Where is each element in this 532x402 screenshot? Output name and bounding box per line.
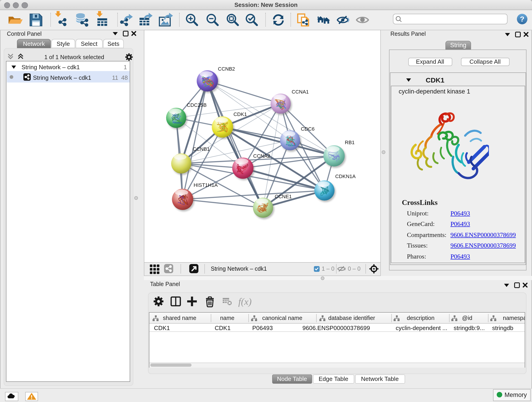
svg-text:CCNB2: CCNB2 <box>218 66 235 72</box>
svg-text:0 – 0: 0 – 0 <box>348 265 361 272</box>
svg-text:CDC6: CDC6 <box>301 126 315 132</box>
svg-text:CDC25B: CDC25B <box>187 102 207 108</box>
svg-text:HIST1H1A: HIST1H1A <box>194 182 218 188</box>
svg-text:?: ? <box>520 15 525 23</box>
svg-text:1 – 0: 1 – 0 <box>322 265 335 272</box>
svg-text:RB1: RB1 <box>345 140 355 145</box>
svg-text:f(x): f(x) <box>238 296 252 307</box>
svg-text:String Network – cdk1: String Network – cdk1 <box>211 265 267 272</box>
svg-text:CCNA1: CCNA1 <box>292 89 309 95</box>
svg-text:CDK1: CDK1 <box>234 111 247 117</box>
svg-text:CCNB1: CCNB1 <box>193 146 210 152</box>
svg-text:CCNE1: CCNE1 <box>275 194 292 199</box>
svg-text:CDKN1A: CDKN1A <box>335 173 356 179</box>
svg-text:CCNA2: CCNA2 <box>253 153 270 159</box>
